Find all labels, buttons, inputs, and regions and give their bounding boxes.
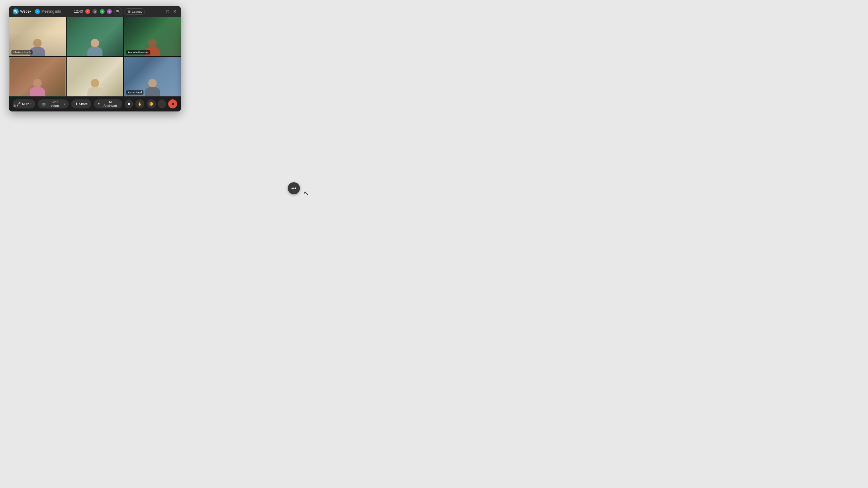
end-icon: ✕ (171, 102, 175, 106)
cursor-pointer: ↖ (303, 189, 309, 197)
bottom-controls: ⊞ ▾ 🎤 Mute ▾ 📹 Stop video ▾ ⬆ Share ✦ AI… (9, 96, 181, 111)
floating-more-icon: ••• (291, 186, 297, 191)
video-icon: 📹 (41, 102, 46, 106)
video-cell-6: Umar Patel (124, 57, 181, 96)
person-shape-2 (87, 39, 102, 56)
ai-label: AI Assistant (101, 100, 119, 107)
video-grid: Clarissa Smith Isabelle Brennan (9, 17, 181, 96)
person-shape-6 (145, 79, 160, 96)
end-call-button[interactable]: ✕ (168, 99, 177, 108)
record-icon: ⏺ (127, 102, 130, 106)
video-cell-4 (9, 57, 66, 96)
participant-1 (9, 17, 66, 56)
meeting-info-icon: i (35, 9, 40, 14)
layout-corner: ⊞ ▾ (13, 104, 19, 107)
participant-5 (67, 57, 124, 96)
video-cell-2 (67, 17, 124, 56)
participant-2 (67, 17, 124, 56)
close-button[interactable]: ✕ (173, 9, 177, 14)
indicator-2: ◉ (93, 9, 97, 14)
layout-corner-caret: ▾ (17, 104, 19, 107)
search-button[interactable]: 🔍 (114, 7, 122, 15)
emoji-icon: 😊 (149, 102, 153, 106)
mute-caret: ▾ (30, 103, 32, 105)
stop-video-button[interactable]: 📹 Stop video ▾ (38, 99, 68, 108)
video-cell-3: Isabelle Brennan (124, 17, 181, 56)
more-button[interactable]: ... (158, 99, 166, 108)
meeting-info-tab[interactable]: i Meeting info (35, 9, 61, 14)
more-icon: ... (161, 102, 163, 106)
person-shape-4 (30, 79, 45, 96)
name-badge-1: Clarissa Smith (11, 50, 33, 55)
mute-label: Mute (22, 102, 29, 106)
minimize-button[interactable]: — (158, 9, 163, 14)
name-badge-6: Umar Patel (126, 90, 144, 95)
floating-more-button[interactable]: ••• (288, 182, 300, 194)
title-bar: W Webex i Meeting info 12:40 ⏺ ◉ ◉ ◉ 🔍 ⊞… (9, 6, 181, 17)
record-indicator: ⏺ (85, 9, 90, 14)
name-badge-3: Isabelle Brennan (126, 50, 150, 55)
reactions-icon: ✋ (138, 102, 142, 106)
ai-assistant-button[interactable]: ✦ AI Assistant (94, 99, 122, 108)
emoji-button[interactable]: 😊 (147, 99, 156, 108)
share-button[interactable]: ⬆ Share (71, 99, 91, 108)
video-cell-5 (67, 57, 124, 96)
participant-4 (9, 57, 66, 96)
layout-corner-icon: ⊞ (13, 104, 16, 107)
share-label: Share (79, 102, 88, 106)
webex-logo-icon: W (13, 8, 19, 14)
maximize-button[interactable]: □ (165, 9, 170, 14)
meeting-info-label: Meeting info (41, 9, 61, 13)
clock: 12:40 (74, 9, 83, 13)
record-button[interactable]: ⏺ (125, 99, 133, 108)
share-icon: ⬆ (75, 102, 78, 106)
reactions-button[interactable]: ✋ (135, 99, 144, 108)
window-controls: — □ ✕ (158, 9, 177, 14)
video-label: Stop video (47, 100, 62, 107)
webex-logo-text: Webex (20, 9, 31, 13)
video-caret: ▾ (64, 103, 65, 105)
person-shape-5 (87, 79, 102, 96)
layout-label: Layout (132, 10, 142, 13)
title-bar-left: W Webex i Meeting info (13, 8, 61, 14)
indicator-3: ◉ (100, 9, 104, 14)
video-cell-1: Clarissa Smith (9, 17, 66, 56)
layout-button[interactable]: ⊞ Layout (124, 8, 145, 15)
person-shape-1 (30, 39, 45, 56)
indicator-4: ◉ (107, 9, 112, 14)
title-bar-center: 12:40 ⏺ ◉ ◉ ◉ 🔍 ⊞ Layout (74, 7, 145, 15)
ai-icon: ✦ (97, 102, 100, 106)
app-window: W Webex i Meeting info 12:40 ⏺ ◉ ◉ ◉ 🔍 ⊞… (9, 6, 181, 111)
webex-logo: W Webex (13, 8, 31, 14)
layout-icon: ⊞ (128, 10, 130, 13)
